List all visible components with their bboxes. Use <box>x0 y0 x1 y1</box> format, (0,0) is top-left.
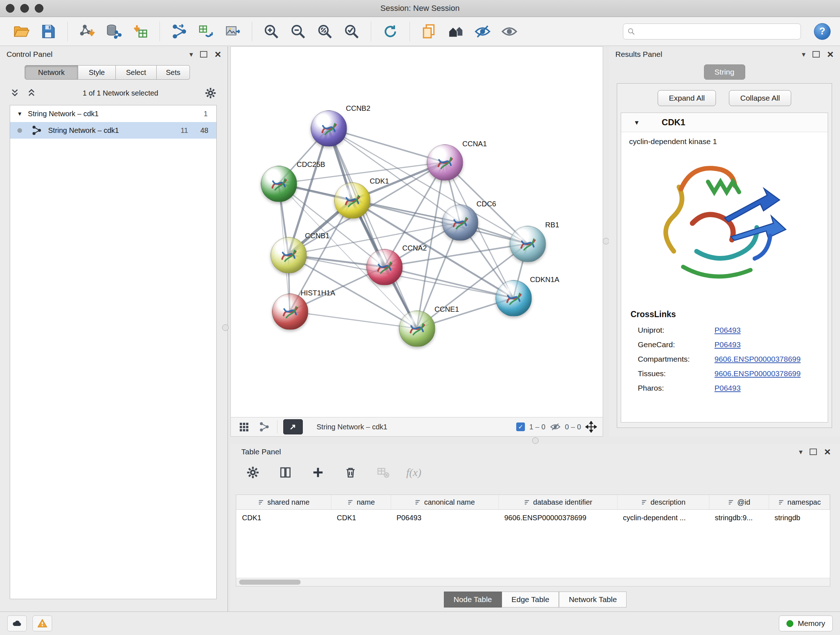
splitter-handle-left[interactable] <box>222 325 229 331</box>
show-all-button[interactable] <box>497 20 521 43</box>
panel-menu-icon[interactable]: ▾ <box>799 448 802 456</box>
collapse-all-icon[interactable] <box>27 88 36 98</box>
panel-close-icon[interactable]: × <box>824 448 831 455</box>
splitter-handle-right[interactable] <box>603 238 609 244</box>
crosslink-link-compartments[interactable]: 9606.ENSP00000378699 <box>714 355 801 363</box>
network-edge-CCNE1-HIST1H1A[interactable] <box>290 311 417 328</box>
collapse-all-button[interactable]: Collapse All <box>729 90 791 106</box>
splitter-handle-horizontal[interactable] <box>532 437 538 444</box>
refresh-view-button[interactable] <box>378 20 402 43</box>
help-button[interactable]: ? <box>814 23 831 40</box>
panel-menu-icon[interactable]: ▾ <box>802 50 805 59</box>
network-edge-CDK1-RB1[interactable] <box>352 200 527 244</box>
import-network-database-button[interactable] <box>102 20 126 43</box>
crosshair-icon[interactable] <box>585 421 597 432</box>
memory-button[interactable]: Memory <box>779 616 833 631</box>
crosslink-link-genecard[interactable]: P06493 <box>714 340 741 349</box>
panel-float-icon[interactable] <box>200 51 207 57</box>
tab-select[interactable]: Select <box>116 65 156 80</box>
column-header-canonical-name[interactable]: canonical name <box>391 495 499 510</box>
grid-view-button[interactable] <box>237 420 251 434</box>
column-header-namespace[interactable]: namespac <box>769 495 830 510</box>
panel-menu-icon[interactable]: ▾ <box>189 50 193 59</box>
network-node-CDC25B[interactable] <box>261 166 297 202</box>
crosslink-link-pharos[interactable]: P06493 <box>714 384 741 393</box>
network-node-CCNE1[interactable] <box>399 310 435 347</box>
zoom-out-button[interactable] <box>286 20 310 43</box>
network-node-CCNB1[interactable] <box>271 237 307 273</box>
open-session-button[interactable] <box>9 20 33 43</box>
hide-selected-button[interactable] <box>471 20 494 43</box>
expand-all-button[interactable]: Expand All <box>658 90 716 106</box>
entry-collapse-icon[interactable]: ▾ <box>635 118 638 127</box>
show-columns-button[interactable] <box>276 463 295 482</box>
zoom-fit-button[interactable] <box>313 20 337 43</box>
tab-node-table[interactable]: Node Table <box>444 592 502 608</box>
new-network-from-table-button[interactable] <box>194 20 218 43</box>
results-tab-string[interactable]: String <box>704 65 745 80</box>
network-node-RB1[interactable] <box>510 226 546 262</box>
network-node-CCNA1[interactable] <box>427 144 463 181</box>
cell-canonical-name[interactable]: P06493 <box>391 510 499 526</box>
table-settings-button[interactable] <box>243 463 262 482</box>
import-network-file-button[interactable] <box>75 20 99 43</box>
network-row-selected[interactable]: String Network – cdk1 11 48 <box>10 122 216 139</box>
export-image-button[interactable] <box>221 20 245 43</box>
tab-edge-table[interactable]: Edge Table <box>502 592 559 608</box>
column-header-id[interactable]: @id <box>709 495 769 510</box>
birdseye-button[interactable] <box>283 419 303 434</box>
protein-entry-header[interactable]: ▾ CDK1 <box>621 113 828 132</box>
tab-network-table[interactable]: Network Table <box>559 592 627 608</box>
column-header-name[interactable]: name <box>331 495 391 510</box>
scrollbar-thumb[interactable] <box>239 580 301 585</box>
table-row[interactable]: CDK1 CDK1 P06493 9606.ENSP00000378699 cy… <box>236 510 830 526</box>
zoom-in-button[interactable] <box>259 20 283 43</box>
expand-all-icon[interactable] <box>10 88 20 98</box>
network-node-CDC6[interactable] <box>442 204 478 241</box>
network-node-HIST1H1A[interactable] <box>272 294 308 330</box>
add-column-button[interactable] <box>309 463 327 482</box>
cell-namespace[interactable]: stringdb <box>769 510 830 526</box>
cell-id[interactable]: stringdb:9... <box>709 510 769 526</box>
network-node-CCNB2[interactable] <box>311 111 347 147</box>
network-overview-button[interactable] <box>257 420 271 434</box>
network-node-CDK1[interactable] <box>334 182 370 219</box>
column-header-database-identifier[interactable]: database identifier <box>499 495 617 510</box>
panel-close-icon[interactable]: × <box>215 51 221 58</box>
save-session-button[interactable] <box>36 20 60 43</box>
crosslink-row: Compartments: 9606.ENSP00000378699 <box>621 352 828 366</box>
column-header-description[interactable]: description <box>617 495 709 510</box>
new-network-button[interactable] <box>167 20 191 43</box>
panel-close-icon[interactable]: × <box>827 51 834 58</box>
delete-column-button[interactable] <box>341 463 360 482</box>
panel-float-icon[interactable] <box>810 448 817 455</box>
copy-button[interactable] <box>417 20 441 43</box>
network-options-button[interactable] <box>204 87 217 99</box>
network-node-CDKN1A[interactable] <box>496 280 532 317</box>
crosslink-link-tissues[interactable]: 9606.ENSP00000378699 <box>714 369 801 378</box>
cell-name[interactable]: CDK1 <box>331 510 391 526</box>
horizontal-scrollbar[interactable] <box>236 578 830 586</box>
cell-description[interactable]: cyclin-dependent ... <box>617 510 709 526</box>
crosslink-link-uniprot[interactable]: P06493 <box>714 326 741 334</box>
selected-nodes-checkbox[interactable]: ✓ <box>516 423 525 431</box>
tab-network[interactable]: Network <box>25 65 78 80</box>
tree-caret-icon[interactable]: ▾ <box>18 110 21 118</box>
column-header-shared-name[interactable]: shared name <box>236 495 331 510</box>
import-table-button[interactable] <box>128 20 152 43</box>
cell-shared-name[interactable]: CDK1 <box>236 510 331 526</box>
network-node-CCNA2[interactable] <box>366 249 403 285</box>
cell-database-identifier[interactable]: 9606.ENSP00000378699 <box>499 510 617 526</box>
zoom-in-icon <box>263 23 279 40</box>
tab-sets[interactable]: Sets <box>156 65 190 80</box>
warning-button[interactable] <box>33 616 52 631</box>
network-canvas[interactable]: CCNB2CCNA1CDC25BCDK1CDC6RB1CCNB1CCNA2CDK… <box>231 47 603 417</box>
network-edge-CCNB2-CCNE1[interactable] <box>328 128 417 328</box>
home-button[interactable] <box>444 20 468 43</box>
zoom-selected-button[interactable] <box>340 20 363 43</box>
network-collection-row[interactable]: ▾ String Network – cdk1 1 <box>10 105 216 122</box>
search-input[interactable] <box>623 24 801 40</box>
tab-style[interactable]: Style <box>78 65 116 80</box>
cloud-button[interactable] <box>7 616 27 631</box>
panel-float-icon[interactable] <box>813 51 820 57</box>
